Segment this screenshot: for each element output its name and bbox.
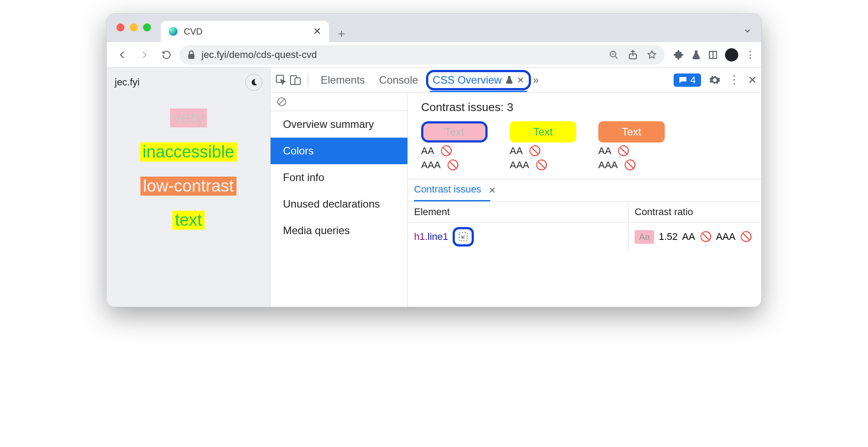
zoom-out-icon[interactable] xyxy=(609,50,619,60)
contrast-table-row[interactable]: h1.line1 Aa 1.52 AA 🚫 xyxy=(408,223,761,251)
fail-icon: 🚫 xyxy=(535,159,547,171)
col-contrast-ratio: Contrast ratio xyxy=(628,202,761,222)
swatch-3-sample: Text xyxy=(598,121,665,143)
labs-icon[interactable] xyxy=(691,50,701,60)
sample-text-4: text xyxy=(172,211,205,230)
contrast-swatch-2[interactable]: Text AA🚫 AAA🚫 xyxy=(510,121,576,171)
tab-elements[interactable]: Elements xyxy=(314,71,371,89)
tab-css-overview[interactable]: CSS Overview xyxy=(433,74,502,86)
share-icon[interactable] xyxy=(628,50,637,60)
browser-toolbar: jec.fyi/demo/cds-quest-cvd ⋮ xyxy=(107,42,761,68)
row-aaa-label: AAA xyxy=(716,231,736,243)
aa-label: AA xyxy=(421,145,434,157)
back-button[interactable] xyxy=(113,46,132,64)
device-toggle-icon[interactable] xyxy=(289,74,302,86)
svg-rect-7 xyxy=(295,78,300,85)
content-area: jec.fyi very inaccessible low-contrast t… xyxy=(107,68,761,307)
favicon-icon xyxy=(169,27,178,36)
inspect-element-icon[interactable] xyxy=(275,74,287,86)
fail-icon: 🚫 xyxy=(529,145,541,157)
fail-icon: 🚫 xyxy=(700,231,712,243)
css-overview-sidebar: Overview summary Colors Font info Unused… xyxy=(271,92,408,307)
messages-count: 4 xyxy=(690,74,696,86)
contrast-sample-box: Aa xyxy=(635,230,654,244)
tab-strip: CVD ✕ ＋ ⌄ xyxy=(107,14,761,42)
fail-icon: 🚫 xyxy=(624,159,636,171)
flask-icon xyxy=(505,76,513,85)
aaa-label: AAA xyxy=(421,159,441,171)
fail-icon: 🚫 xyxy=(440,145,452,157)
sample-text-2: inaccessible xyxy=(140,143,237,162)
subtab-close-icon[interactable]: ✕ xyxy=(488,185,496,196)
swatch-1-sample: Text xyxy=(421,121,488,143)
bookmark-star-icon[interactable] xyxy=(647,50,657,60)
tab-console[interactable]: Console xyxy=(373,71,424,89)
tabs-overflow-icon[interactable]: » xyxy=(533,74,539,86)
close-devtools-icon[interactable]: ✕ xyxy=(748,74,757,86)
tabs-chevron-icon[interactable]: ⌄ xyxy=(743,22,752,35)
extensions-icon[interactable] xyxy=(674,50,684,60)
maximize-window-button[interactable] xyxy=(143,23,151,31)
fail-icon: 🚫 xyxy=(617,145,629,157)
nav-font-info[interactable]: Font info xyxy=(271,164,407,191)
css-overview-nav: Overview summary Colors Font info Unused… xyxy=(271,111,407,244)
site-label: jec.fyi xyxy=(115,77,140,88)
browser-menu-icon[interactable]: ⋮ xyxy=(745,49,755,61)
swatch-2-sample: Text xyxy=(510,121,576,143)
fail-icon: 🚫 xyxy=(447,159,459,171)
contrast-detail-tabs: Contrast issues ✕ xyxy=(408,179,761,202)
col-element: Element xyxy=(408,202,628,222)
tab-title: CVD xyxy=(184,27,202,37)
close-window-button[interactable] xyxy=(116,23,124,31)
scroll-into-view-icon[interactable] xyxy=(453,227,474,247)
sample-text-3: low-contrast xyxy=(140,177,236,196)
svg-rect-0 xyxy=(188,54,194,59)
devtools-tabbar: Elements Console CSS Overview ✕ » 4 xyxy=(271,68,761,92)
url-text: jec.fyi/demo/cds-quest-cvd xyxy=(202,49,317,61)
messages-chip[interactable]: 4 xyxy=(674,73,701,87)
forward-button[interactable] xyxy=(135,46,154,64)
nav-media-queries[interactable]: Media queries xyxy=(271,217,407,244)
element-name: h1.line1 xyxy=(414,231,448,243)
tab-css-overview-highlight: CSS Overview ✕ xyxy=(426,70,531,90)
settings-gear-icon[interactable] xyxy=(709,74,721,86)
contrast-swatch-1[interactable]: Text AA🚫 AAA🚫 xyxy=(421,121,488,171)
kebab-menu-icon[interactable]: ⋮ xyxy=(728,73,740,87)
sample-text-1: very xyxy=(170,108,207,127)
reading-list-icon[interactable] xyxy=(708,50,718,60)
contrast-table-header: Element Contrast ratio xyxy=(408,202,761,223)
lock-icon xyxy=(187,50,195,59)
contrast-ratio-value: 1.52 xyxy=(659,231,678,243)
clear-icon[interactable] xyxy=(277,97,287,107)
window-controls xyxy=(116,23,151,31)
address-bar[interactable]: jec.fyi/demo/cds-quest-cvd xyxy=(179,45,665,65)
new-tab-button[interactable]: ＋ xyxy=(333,24,350,42)
nav-overview-summary[interactable]: Overview summary xyxy=(271,111,407,138)
nav-unused-declarations[interactable]: Unused declarations xyxy=(271,191,407,217)
nav-colors[interactable]: Colors xyxy=(271,138,407,164)
browser-window: CVD ✕ ＋ ⌄ jec.fyi/demo/cds-quest-cvd xyxy=(106,13,762,307)
contrast-issues-heading: Contrast issues: 3 xyxy=(408,92,761,119)
minimize-window-button[interactable] xyxy=(130,23,138,31)
profile-avatar[interactable] xyxy=(725,48,738,62)
contrast-swatch-3[interactable]: Text AA🚫 AAA🚫 xyxy=(598,121,665,171)
browser-tab[interactable]: CVD ✕ xyxy=(161,21,329,42)
subtab-contrast-issues[interactable]: Contrast issues xyxy=(414,184,481,197)
css-overview-main: Contrast issues: 3 Text AA🚫 AAA🚫 Text AA… xyxy=(408,92,761,307)
tab-close-icon[interactable]: ✕ xyxy=(517,75,524,85)
row-aa-label: AA xyxy=(682,231,695,243)
svg-rect-4 xyxy=(709,51,713,58)
fail-icon: 🚫 xyxy=(740,231,752,243)
tab-close-button[interactable]: ✕ xyxy=(313,26,321,37)
dark-mode-toggle[interactable] xyxy=(245,74,262,91)
reload-button[interactable] xyxy=(157,46,176,64)
devtools-panel: Elements Console CSS Overview ✕ » 4 xyxy=(271,68,761,307)
rendered-page: jec.fyi very inaccessible low-contrast t… xyxy=(107,68,271,307)
